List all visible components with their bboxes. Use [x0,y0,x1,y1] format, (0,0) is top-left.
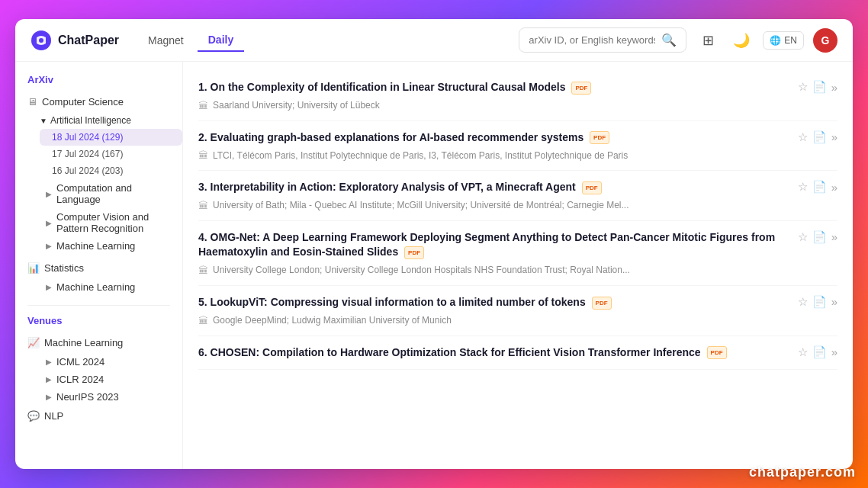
affil-icon: 🏛 [198,100,208,111]
paper-number: 4. [198,231,211,243]
ml-sub-items: ▶ ICML 2024 ▶ ICLR 2024 ▶ NeurIPS 2023 [15,353,182,406]
star-button-2[interactable]: ☆ [798,180,808,194]
paper-actions: ☆ 📄 » [798,130,837,144]
header-right: 🔍 ⊞ 🌙 🌐 EN G [519,27,837,53]
nlp-icon: 💬 [27,410,40,422]
sidebar-item-ai[interactable]: ▼ Artificial Intelligence [27,112,182,129]
search-icon: 🔍 [661,33,677,47]
expand-button-0[interactable]: » [831,81,837,94]
content-area: 1. On the Complexity of Identification i… [183,62,853,469]
nav-tabs: Magnet Daily [137,29,244,52]
iclr-label: ICLR 2024 [56,374,104,385]
affil-text: University of Bath; Mila - Quebec AI Ins… [213,200,629,210]
summary-button-2[interactable]: 📄 [812,180,827,194]
ai-expand-arrow: ▼ [40,117,47,125]
app-name: ChatPaper [58,34,119,47]
affil-icon: 🏛 [198,200,208,211]
affil-text: Saarland University; University of Lübec… [213,100,380,111]
summary-button-4[interactable]: 📄 [812,295,827,309]
expand-button-3[interactable]: » [831,230,837,243]
grid-icon-button[interactable]: ⊞ [696,28,720,53]
affil-icon: 🏛 [198,265,208,276]
paper-number: 3. [198,181,211,193]
sidebar-item-computation-language[interactable]: ▶ Computation and Language [27,179,182,208]
language-button[interactable]: 🌐 EN [763,31,804,50]
body-area: ArXiv 🖥 Computer Science ▼ Artificial In… [15,62,853,469]
paper-actions: ☆ 📄 » [798,80,837,94]
expand-button-4[interactable]: » [831,295,837,308]
ai-dates: 18 Jul 2024 (129) 17 Jul 2024 (167) 16 J… [27,129,182,179]
sidebar-item-machine-learning-stat[interactable]: ▶ Machine Learning [27,278,182,296]
expand-button-5[interactable]: » [831,345,837,358]
paper-header: 1. On the Complexity of Identification i… [198,80,837,95]
paper-header: 2. Evaluating graph-based explanations f… [198,130,837,146]
sidebar-item-iclr[interactable]: ▶ ICLR 2024 [27,371,182,388]
paper-actions: ☆ 📄 » [798,295,837,309]
pdf-badge: PDF [592,297,612,310]
sidebar-item-statistics[interactable]: 📊 Statistics [15,258,182,278]
star-button-5[interactable]: ☆ [798,345,808,359]
star-button-0[interactable]: ☆ [798,80,808,94]
sidebar-item-icml[interactable]: ▶ ICML 2024 [27,353,182,371]
pdf-badge: PDF [707,346,727,359]
sidebar-divider [27,305,170,306]
paper-number: 2. [198,131,211,143]
summary-button-5[interactable]: 📄 [812,345,827,359]
paper-affiliation: 🏛 Saarland University; University of Lüb… [198,100,837,111]
header: ChatPaper Magnet Daily 🔍 ⊞ 🌙 🌐 EN G [15,19,853,62]
neurips-label: NeurIPS 2023 [56,391,119,403]
logo-area: ChatPaper [31,30,119,51]
tab-daily[interactable]: Daily [198,29,244,52]
paper-item: 4. OMG-Net: A Deep Learning Framework De… [198,221,837,286]
date-item-1[interactable]: 17 Jul 2024 (167) [40,146,182,162]
search-bar[interactable]: 🔍 [519,27,686,53]
statistics-sub-items: ▶ Machine Learning [15,278,182,296]
dark-mode-button[interactable]: 🌙 [729,28,754,53]
star-button-4[interactable]: ☆ [798,295,808,309]
avatar[interactable]: G [813,28,837,53]
pdf-badge: PDF [582,181,602,194]
expand-button-2[interactable]: » [831,181,837,194]
tab-magnet[interactable]: Magnet [137,29,194,52]
search-input[interactable] [529,34,655,46]
paper-title: 5. LookupViT: Compressing visual informa… [198,295,792,310]
pdf-badge: PDF [404,246,424,259]
computer-icon: 🖥 [27,96,37,108]
summary-button-1[interactable]: 📄 [812,130,827,144]
watermark: chatpaper.com [749,464,856,480]
paper-title: 6. CHOSEN: Compilation to Hardware Optim… [198,345,792,361]
summary-button-0[interactable]: 📄 [812,80,827,94]
computer-science-label: Computer Science [42,96,124,108]
sidebar-item-nlp[interactable]: 💬 NLP [15,406,182,426]
paper-item: 3. Interpretability in Action: Explorato… [198,171,837,221]
summary-button-3[interactable]: 📄 [812,230,827,244]
arrow-icon-stat: ▶ [46,283,52,291]
date-item-2[interactable]: 16 Jul 2024 (203) [40,162,182,179]
affil-text: LTCI, Télécom Paris, Institut Polytechni… [213,150,628,161]
paper-title: 1. On the Complexity of Identification i… [198,80,792,95]
affil-text: University College London; University Co… [213,265,630,275]
paper-number: 6. [198,346,211,358]
paper-number: 5. [198,296,211,308]
logo-icon [31,30,52,51]
star-button-1[interactable]: ☆ [798,130,808,144]
date-label-2: 16 Jul 2024 (203) [52,165,123,176]
paper-affiliation: 🏛 LTCI, Télécom Paris, Institut Polytech… [198,149,837,161]
sidebar-item-computer-science[interactable]: 🖥 Computer Science [15,92,182,112]
sidebar-item-machine-learning-cs[interactable]: ▶ Machine Learning [27,237,182,255]
star-button-3[interactable]: ☆ [798,230,808,244]
sidebar-item-neurips[interactable]: ▶ NeurIPS 2023 [27,388,182,406]
computation-language-label: Computation and Language [56,182,170,205]
nlp-label: NLP [44,410,63,422]
paper-affiliation: 🏛 University College London; University … [198,265,837,276]
paper-header: 3. Interpretability in Action: Explorato… [198,180,837,195]
expand-button-1[interactable]: » [831,130,837,143]
arrow-icon-iclr: ▶ [46,375,52,384]
date-item-0[interactable]: 18 Jul 2024 (129) [40,129,182,146]
ml-label: Machine Learning [44,337,123,348]
arrow-icon-2: ▶ [46,219,52,227]
sidebar-item-computer-vision[interactable]: ▶ Computer Vision and Pattern Recognitio… [27,208,182,237]
sidebar-item-ml[interactable]: 📈 Machine Learning [15,332,182,353]
paper-actions: ☆ 📄 » [798,230,837,244]
arrow-icon-3: ▶ [46,242,52,250]
